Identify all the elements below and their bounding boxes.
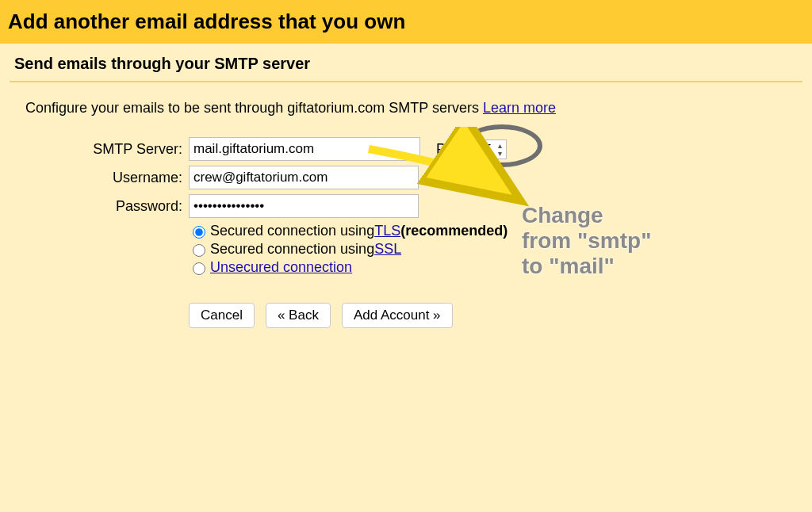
annotation-text: Change from "smtp" to "mail" — [522, 203, 651, 280]
ssl-link[interactable]: SSL — [374, 241, 401, 258]
username-label: Username: — [0, 170, 189, 186]
annotation-line1: Change — [522, 203, 651, 228]
tls-recommended: (recommended) — [400, 223, 508, 239]
password-input[interactable] — [189, 194, 419, 218]
section-title: Send emails through your SMTP server — [0, 44, 812, 81]
ssl-option[interactable]: Secured connection using SSL — [189, 241, 812, 258]
username-input[interactable] — [189, 166, 419, 189]
port-label: Port: — [436, 141, 466, 158]
smtp-server-input[interactable] — [189, 137, 420, 161]
security-options: Secured connection using TLS (recommende… — [189, 223, 812, 276]
unsecured-radio[interactable] — [193, 262, 205, 275]
cancel-button[interactable]: Cancel — [189, 303, 255, 328]
tls-link[interactable]: TLS — [374, 223, 400, 239]
intro-copy: Configure your emails to be sent through… — [25, 100, 483, 116]
annotation-line3: to "mail" — [522, 254, 651, 279]
back-button[interactable]: « Back — [266, 303, 331, 328]
intro-text: Configure your emails to be sent through… — [0, 82, 812, 121]
unsecured-link[interactable]: Unsecured connection — [210, 259, 352, 276]
ssl-text-pre: Secured connection using — [210, 241, 374, 258]
annotation-line2: from "smtp" — [522, 228, 651, 254]
tls-radio[interactable] — [193, 226, 205, 239]
add-account-button[interactable]: Add Account » — [342, 303, 453, 328]
unsecured-option[interactable]: Unsecured connection — [189, 259, 812, 276]
button-row: Cancel « Back Add Account » — [189, 303, 812, 328]
tls-option[interactable]: Secured connection using TLS (recommende… — [189, 223, 812, 239]
ssl-radio[interactable] — [193, 244, 205, 257]
learn-more-link[interactable]: Learn more — [483, 100, 556, 116]
password-label: Password: — [0, 198, 189, 215]
port-select[interactable]: 25 — [471, 139, 507, 159]
tls-text-pre: Secured connection using — [210, 223, 374, 239]
smtp-server-label: SMTP Server: — [0, 141, 189, 158]
dialog-title: Add another email address that you own — [0, 0, 812, 44]
smtp-form: SMTP Server: Port: 25 ▴▾ Username: Passw… — [0, 121, 812, 328]
